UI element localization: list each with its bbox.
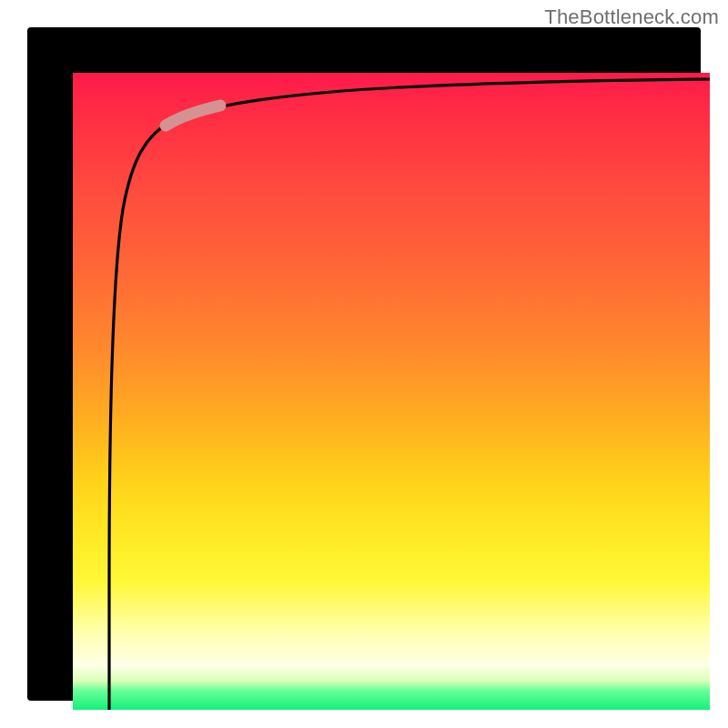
plot-area — [73, 73, 710, 710]
watermark-text: TheBottleneck.com — [544, 5, 719, 29]
chart-stage: TheBottleneck.com — [0, 0, 728, 728]
chart-outer-frame — [27, 27, 701, 701]
highlight-segment — [166, 106, 220, 126]
curve-path — [109, 79, 710, 710]
curve-overlay — [73, 73, 710, 710]
